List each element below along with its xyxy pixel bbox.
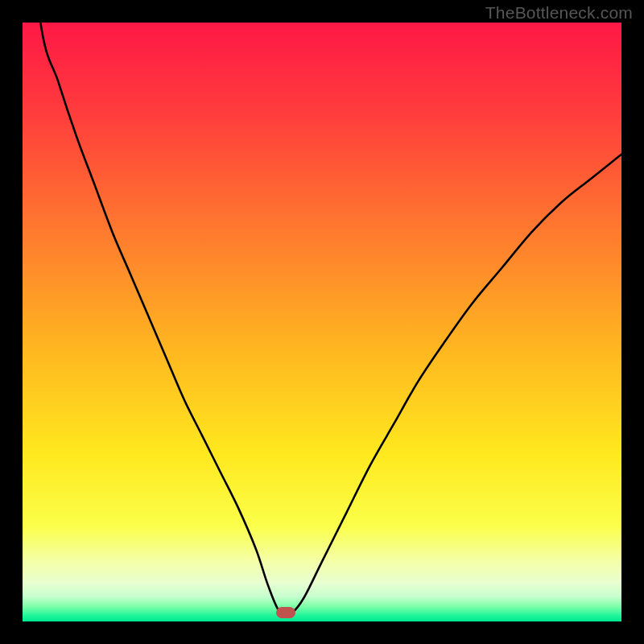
bottleneck-curve [23, 23, 621, 621]
chart-frame: TheBottleneck.com [0, 0, 644, 644]
plot-area [23, 23, 621, 621]
optimal-marker [276, 607, 295, 618]
watermark-text: TheBottleneck.com [485, 3, 633, 23]
